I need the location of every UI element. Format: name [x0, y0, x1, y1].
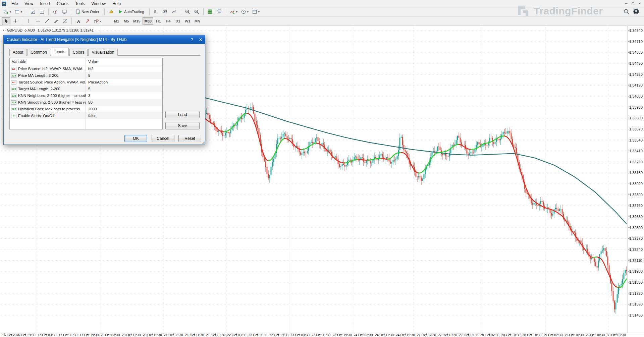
timeframe-m5-button[interactable]: M5	[122, 17, 131, 25]
param-row[interactable]: 123Price MA Length: 2-2005	[10, 72, 162, 79]
param-value[interactable]: 50	[86, 100, 162, 104]
reset-button[interactable]: Reset	[178, 135, 201, 142]
price-axis-label: 1.32890	[629, 193, 644, 197]
timeframe-h4-button[interactable]: H4	[164, 17, 173, 25]
arrow-label-button[interactable]	[83, 17, 92, 25]
inputs-table[interactable]: Variable Value abPrice Source: hl2, VWAP…	[9, 58, 163, 129]
maximize-button[interactable]: ▢	[630, 0, 636, 6]
param-row[interactable]: 123Historical Bars: Max bars to process2…	[10, 106, 162, 112]
profiles-button[interactable]: ▾	[13, 8, 23, 16]
param-value[interactable]: 5	[86, 73, 162, 77]
menu-charts[interactable]: Charts	[53, 1, 72, 7]
text-button[interactable]: A	[74, 17, 83, 25]
param-row[interactable]: 123Target MA Length: 2-2005	[10, 86, 162, 92]
dialog-close-icon[interactable]: ✕	[196, 37, 205, 42]
svg-text:A: A	[77, 19, 80, 24]
param-value[interactable]: 2000	[86, 107, 162, 111]
tile-windows-button[interactable]	[206, 8, 214, 16]
channel-button[interactable]	[52, 17, 60, 25]
menu-tools[interactable]: Tools	[72, 1, 88, 7]
vline-button[interactable]	[24, 17, 33, 25]
menu-view[interactable]: View	[21, 1, 37, 7]
autotrading-button[interactable]: AutoTrading	[116, 8, 147, 16]
fibonacci-button[interactable]	[61, 17, 69, 25]
time-axis-label: 27 Oct 02:30	[417, 333, 436, 337]
price-axis-label: 1.33670	[629, 127, 644, 131]
price-axis-label: 1.33930	[629, 105, 644, 110]
templates-icon	[252, 9, 257, 14]
param-row[interactable]: abTarget Source: Price Action, VWAP, Vol…	[10, 79, 162, 86]
close-button[interactable]: ✕	[636, 0, 643, 6]
param-value[interactable]: PriceAction	[86, 80, 162, 84]
dialog-help-button[interactable]: ?	[187, 37, 196, 42]
cursor-button[interactable]	[2, 17, 10, 25]
menu-window[interactable]: Window	[88, 1, 109, 7]
price-axis-label: 1.31720	[629, 291, 644, 296]
new-chart-button[interactable]: ▾	[2, 8, 12, 16]
tab-visualization[interactable]: Visualization	[88, 49, 117, 56]
profile-avatar-icon[interactable]	[633, 8, 639, 16]
tab-common[interactable]: Common	[27, 49, 50, 56]
zoom-in-button[interactable]	[183, 8, 192, 16]
tab-inputs[interactable]: Inputs	[51, 48, 69, 56]
search-icon[interactable]	[623, 8, 630, 16]
param-value[interactable]: false	[86, 114, 162, 118]
hline-button[interactable]	[34, 17, 42, 25]
resize-grip[interactable]: ◢	[202, 140, 205, 145]
templates-button[interactable]: ▾	[251, 8, 261, 16]
vline-icon	[26, 18, 32, 24]
save-button[interactable]: Save	[165, 122, 200, 129]
timeframe-mn-button[interactable]: MN	[193, 17, 202, 25]
line-chart-type-button[interactable]	[170, 8, 178, 16]
cancel-button[interactable]: Cancel	[152, 135, 174, 142]
timeframe-w1-button[interactable]: W1	[183, 17, 192, 25]
timeframe-m15-button[interactable]: M15	[131, 17, 142, 25]
timeframe-h1-button[interactable]: H1	[154, 17, 163, 25]
dialog-tabs: AboutCommonInputsColorsVisualization	[9, 48, 200, 56]
tab-colors[interactable]: Colors	[69, 49, 88, 56]
param-row[interactable]: abPrice Source: hl2, VWAP, SMA, WMA, ...…	[10, 65, 162, 72]
bar-chart-type-button[interactable]	[152, 8, 160, 16]
shapes-button[interactable]: ▾	[92, 17, 103, 25]
menu-insert[interactable]: Insert	[37, 1, 53, 7]
market-watch-button[interactable]	[29, 8, 37, 16]
cascade-windows-button[interactable]	[215, 8, 223, 16]
timeframe-d1-button[interactable]: D1	[173, 17, 182, 25]
price-axis-label: 1.34450	[629, 61, 644, 66]
ok-button[interactable]: OK	[124, 135, 147, 142]
menu-help[interactable]: Help	[109, 1, 124, 7]
zoom-out-button[interactable]	[193, 8, 201, 16]
toolbar-separator	[26, 8, 26, 15]
indicators-button[interactable]: ▾	[228, 8, 239, 16]
periods-button[interactable]: ▾	[239, 8, 250, 16]
data-window-button[interactable]	[38, 8, 46, 16]
new-order-button[interactable]: New Order	[73, 8, 102, 16]
load-button[interactable]: Load	[165, 111, 200, 118]
param-value[interactable]: 5	[86, 87, 162, 91]
price-axis-label: 1.31460	[629, 313, 644, 318]
periods-icon	[241, 9, 246, 14]
navigator-button[interactable]	[51, 8, 59, 16]
chart-area[interactable]: ▾ GBPUSD_o,M30 1.31246 1.31279 1.31160 1…	[0, 26, 644, 337]
param-row[interactable]: ✔Enable Alerts: On/Offfalse	[10, 112, 162, 119]
param-row[interactable]: 123KNN Smoothing: 2-500 (higher = less r…	[10, 99, 162, 106]
crosshair-button[interactable]	[11, 17, 19, 25]
time-axis-label: 28 Oct 02:30	[480, 333, 499, 337]
param-value[interactable]: hl2	[86, 67, 162, 71]
trendline-button[interactable]	[43, 17, 51, 25]
timeframe-m1-button[interactable]: M1	[112, 17, 121, 25]
indicator-dialog[interactable]: Custom Indicator - AI Trend Navigator [K…	[3, 35, 205, 145]
minimize-button[interactable]: ─	[623, 0, 630, 6]
crosshair-icon	[13, 18, 18, 24]
time-axis-label: 23 Oct 19:30	[332, 333, 352, 337]
menu-file[interactable]: File	[8, 1, 21, 7]
param-value[interactable]: 3	[86, 94, 162, 98]
quote-dropdown-icon[interactable]: ▾	[3, 29, 4, 32]
expert-advisors-button[interactable]	[107, 8, 115, 16]
terminal-button[interactable]	[60, 8, 68, 16]
param-row[interactable]: 123KNN Neighbors: 2-200 (higher = smooth…	[10, 92, 162, 99]
dialog-title-bar[interactable]: Custom Indicator - AI Trend Navigator [K…	[4, 35, 205, 44]
tab-about[interactable]: About	[9, 49, 26, 56]
timeframe-m30-button[interactable]: M30	[143, 17, 153, 25]
candle-chart-type-button[interactable]	[161, 8, 169, 16]
